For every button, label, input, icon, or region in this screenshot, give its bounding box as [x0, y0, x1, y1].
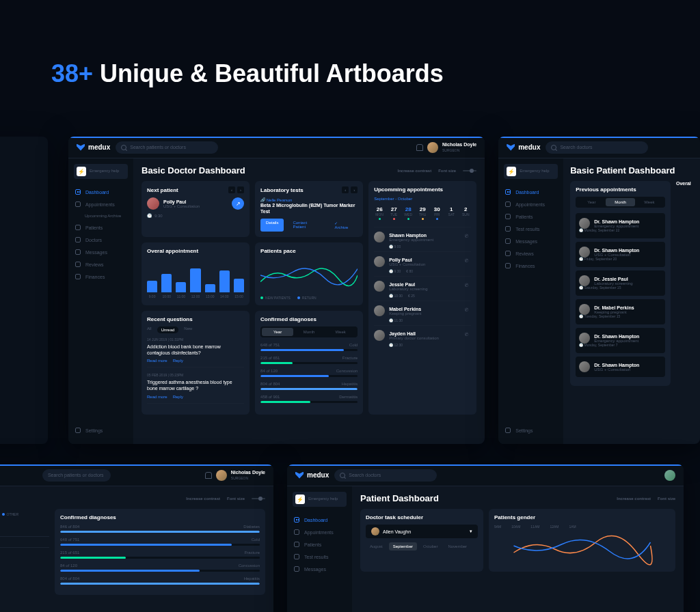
archive-button[interactable]: ✓ Archive [329, 219, 358, 232]
sidebar-item-finances[interactable]: Finances [498, 260, 563, 272]
patients-pace-card: Patients pace NEW PATIENTSRETURN [255, 242, 363, 305]
next-icon[interactable]: › [351, 186, 358, 193]
contact-button[interactable]: Contact Patient [287, 219, 325, 232]
tab-month[interactable]: Month [293, 328, 325, 336]
sidebar-item-messages[interactable]: Messages [68, 246, 133, 258]
sidebar: ⚡Emergency help Dashboard Appointments U… [68, 158, 133, 444]
month-tab[interactable]: September [389, 542, 417, 551]
sidebar-item-settings[interactable]: Settings [68, 422, 133, 439]
appointment-card[interactable]: Dr. Shawn HamptonUSG + Consultation [576, 357, 665, 377]
month-tab[interactable]: November [444, 542, 471, 551]
fontsize-slider[interactable] [252, 498, 265, 499]
sidebar-item-finances[interactable]: Finances [68, 270, 133, 283]
calendar-day[interactable]: 30FRI [431, 206, 442, 220]
tab-week[interactable]: Week [635, 198, 664, 206]
appointment-card[interactable]: Dr. Jessie PaulLaboratory screening🕐 Sat… [576, 270, 665, 296]
call-button[interactable]: ↗ [232, 197, 244, 210]
brand-logo[interactable]: medux [77, 143, 110, 151]
sidebar-item-reviews[interactable]: Reviews [68, 258, 133, 270]
mail-icon [294, 566, 299, 572]
bell-icon[interactable] [205, 472, 212, 479]
sidebar-item-settings[interactable]: Settings [498, 422, 563, 439]
search-input[interactable]: Search doctors [546, 141, 648, 154]
sidebar-item-doctors[interactable]: Doctors [68, 234, 133, 246]
contrast-toggle[interactable]: Increase contrast [398, 169, 432, 173]
sidebar-item-archive[interactable]: Upcomming Archive [68, 210, 133, 221]
fontsize-label: Font size [438, 169, 456, 173]
grid-icon [505, 189, 511, 195]
appointment-card[interactable]: Dr. Shawn HamptonUSG + Consultation🕐 Fri… [576, 242, 665, 267]
sidebar-item-reviews[interactable]: Reviews [498, 247, 563, 260]
bell-icon[interactable] [416, 144, 423, 151]
tab-year[interactable]: Year [577, 198, 606, 206]
calendar-day[interactable]: 28WED [403, 206, 414, 220]
month-tab[interactable]: August [366, 542, 387, 551]
tab-unread[interactable]: Unread [157, 326, 179, 333]
tab-new[interactable]: New [184, 326, 192, 333]
appointment-item[interactable]: Shawn HamptonEmergency appointment✆ [374, 227, 471, 247]
appointment-item[interactable]: Jayden HallPrimary doctor consultation✆ [374, 325, 471, 345]
calendar-icon [294, 529, 299, 535]
details-button[interactable]: Details [260, 219, 284, 232]
calendar-day[interactable]: 26MON [374, 206, 385, 220]
appointment-card[interactable]: Dr. Shawn HamptonEmergency appointment🕐 … [576, 328, 665, 353]
user-menu[interactable]: Nicholas DoyleSURGEON [416, 142, 476, 153]
sidebar-item-messages[interactable]: Messages [287, 563, 352, 575]
sidebar-item-dashboard[interactable]: Dashboard [498, 186, 563, 198]
read-more-link[interactable]: Read more [147, 359, 167, 363]
page-title: Basic Patient Dashboard [570, 165, 693, 176]
tab-month[interactable]: Month [606, 198, 634, 206]
emergency-button[interactable]: ⚡Emergency help [293, 492, 347, 507]
calendar-day[interactable]: 1SAT [446, 206, 457, 220]
sidebar-item-test-results[interactable]: Test results [498, 223, 563, 235]
contrast-toggle[interactable]: Increase contrast [617, 497, 651, 501]
sidebar-item-test-results[interactable]: Test results [287, 551, 352, 563]
lab-tests-card: Laboratory tests‹› 🔗 Nelle Pearson Beta … [255, 181, 363, 237]
avatar [427, 142, 438, 153]
calendar-icon [75, 201, 81, 207]
tab-year[interactable]: Year [262, 328, 293, 336]
recent-questions-card: Recent questions AllUnreadNew 14 JUN 201… [142, 311, 250, 414]
search-input[interactable]: Search doctors [334, 469, 437, 482]
tab-week[interactable]: Week [325, 328, 356, 336]
contrast-toggle[interactable]: Increase contrast [186, 497, 220, 501]
search-input[interactable]: Search patients or doctors [116, 141, 218, 154]
tab-all[interactable]: All [147, 326, 152, 333]
hero-title: 38+ Unique & Beautiful Artboards [51, 58, 444, 90]
sidebar-item-dashboard[interactable]: Dashboard [68, 186, 133, 198]
sidebar-item-messages[interactable]: Messages [498, 235, 563, 247]
calendar-day[interactable]: 27TUE [388, 206, 399, 220]
calendar-day[interactable]: 29THU [417, 206, 428, 220]
calendar-day[interactable]: 2SUN [460, 206, 471, 220]
prev-icon[interactable]: ‹ [228, 186, 235, 193]
search-input[interactable]: Search patients or doctors [42, 469, 111, 482]
appointment-item[interactable]: Polly PaulUSG + Consultation✆ [374, 251, 471, 271]
appointment-card[interactable]: Dr. Mabel PerkinsKeeping pregnant🕐 Tuesd… [576, 299, 665, 324]
brand-logo[interactable]: medux [507, 143, 540, 151]
user-menu[interactable]: Nicholas DoyleSURGEON [205, 470, 265, 481]
appointment-item[interactable]: Mabel PerkinsKeeping pregnant✆ [374, 301, 471, 320]
appointment-item[interactable]: Jessie PaulLaboratory screening✆ [374, 276, 471, 296]
sidebar-item-appointments[interactable]: Appointments [68, 198, 133, 210]
brand-logo[interactable]: medux [295, 471, 329, 479]
sidebar-item-appointments[interactable]: Appointments [287, 526, 352, 538]
sidebar-item-appointments[interactable]: Appointments [498, 198, 563, 210]
appointment-card[interactable]: Dr. Shawn HamptonEmergency appointment🕐 … [576, 213, 665, 238]
lab-patient-link[interactable]: 🔗 Nelle Pearson [260, 197, 358, 202]
users-icon [75, 225, 81, 230]
month-tab[interactable]: October [419, 542, 442, 551]
read-more-link[interactable]: Read more [147, 395, 167, 399]
doctor-dropdown[interactable]: Allen Vaughn▾ [366, 525, 478, 538]
reply-link[interactable]: Reply [173, 395, 183, 399]
sidebar-item-patients[interactable]: Patients [287, 538, 352, 551]
sidebar-item-patients[interactable]: Patients [498, 210, 563, 223]
reply-link[interactable]: Reply [173, 359, 183, 363]
prev-icon[interactable]: ‹ [342, 186, 349, 193]
phone-icon: ✆ [463, 233, 472, 241]
emergency-button[interactable]: ⚡Emergency help [504, 164, 558, 179]
next-icon[interactable]: › [237, 186, 244, 193]
fontsize-slider[interactable] [463, 170, 476, 171]
sidebar-item-dashboard[interactable]: Dashboard [287, 514, 352, 526]
sidebar-item-patients[interactable]: Patients [68, 221, 133, 234]
emergency-button[interactable]: ⚡Emergency help [74, 164, 128, 179]
